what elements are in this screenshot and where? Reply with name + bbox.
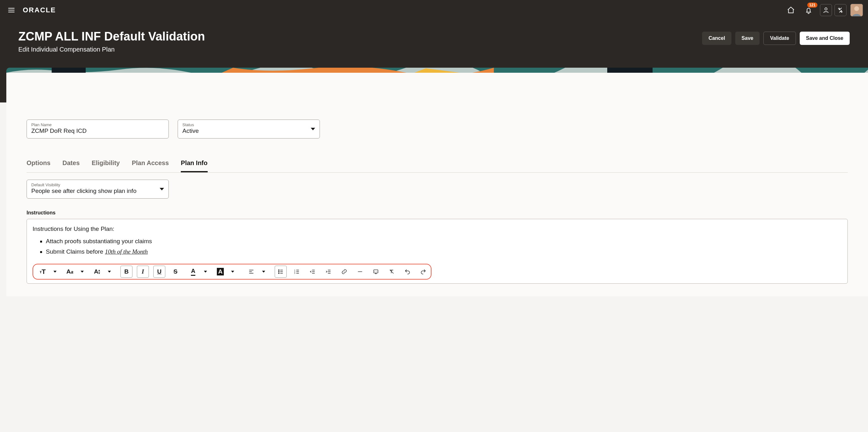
chevron-down-icon bbox=[160, 188, 164, 191]
numbered-list-button[interactable]: 123 bbox=[291, 265, 303, 278]
tools-icon[interactable] bbox=[835, 4, 846, 16]
tab-plan-access[interactable]: Plan Access bbox=[132, 160, 169, 172]
instructions-label: Instructions bbox=[27, 210, 848, 216]
link-button[interactable] bbox=[339, 265, 350, 278]
status-label: Status bbox=[182, 122, 306, 127]
font-size-adjust-menu[interactable] bbox=[103, 265, 114, 278]
font-color-menu[interactable] bbox=[199, 265, 210, 278]
instructions-editor[interactable]: Instructions for Using the Plan: Attach … bbox=[27, 219, 848, 284]
status-field[interactable]: Status Active bbox=[178, 119, 320, 139]
status-value: Active bbox=[182, 127, 306, 135]
svg-point-0 bbox=[825, 8, 827, 10]
default-visibility-label: Default Visibility bbox=[31, 182, 155, 187]
svg-rect-5 bbox=[607, 68, 652, 73]
instruction-item: Attach proofs substantiating your claims bbox=[46, 236, 842, 247]
bg-color-button[interactable]: A bbox=[215, 265, 226, 278]
decorative-strip bbox=[6, 68, 868, 73]
tabs: Options Dates Eligibility Plan Access Pl… bbox=[27, 160, 848, 173]
text-size-menu[interactable] bbox=[49, 265, 60, 278]
save-and-close-button[interactable]: Save and Close bbox=[800, 32, 850, 45]
app-header: ORACLE 121 ZCMP ALL INF Default Validati bbox=[0, 0, 868, 68]
menu-icon[interactable] bbox=[5, 4, 18, 17]
user-icon[interactable] bbox=[820, 4, 832, 16]
topbar: ORACLE 121 bbox=[0, 0, 868, 20]
underline-button[interactable]: U bbox=[153, 266, 165, 278]
font-case-button[interactable]: Aa bbox=[64, 265, 75, 278]
font-color-button[interactable]: A bbox=[187, 265, 199, 278]
tab-eligibility[interactable]: Eligibility bbox=[92, 160, 120, 172]
chevron-down-icon bbox=[311, 128, 315, 130]
align-button[interactable] bbox=[246, 265, 257, 278]
title-bar: ZCMP ALL INF Default Validation Edit Ind… bbox=[0, 20, 868, 68]
home-icon[interactable] bbox=[785, 4, 797, 16]
main-content: Plan Name ZCMP DoR Req ICD Status Active… bbox=[6, 103, 868, 284]
code-block-button[interactable] bbox=[370, 265, 381, 278]
italic-button[interactable]: I bbox=[137, 266, 149, 278]
save-button[interactable]: Save bbox=[735, 32, 760, 45]
validate-button[interactable]: Validate bbox=[763, 32, 796, 45]
indent-button[interactable] bbox=[323, 265, 334, 278]
notification-badge: 121 bbox=[807, 3, 817, 8]
decorative-strip-container bbox=[0, 68, 868, 103]
redo-button[interactable] bbox=[417, 265, 429, 278]
cancel-button[interactable]: Cancel bbox=[702, 32, 731, 45]
default-visibility-value: People see after clicking show plan info bbox=[31, 187, 155, 195]
plan-name-label: Plan Name bbox=[31, 122, 164, 127]
svg-point-8 bbox=[278, 273, 279, 274]
svg-rect-12 bbox=[374, 270, 378, 273]
tab-dates[interactable]: Dates bbox=[63, 160, 80, 172]
outdent-button[interactable] bbox=[307, 265, 318, 278]
avatar[interactable] bbox=[850, 4, 863, 17]
plan-name-value: ZCMP DoR Req ICD bbox=[31, 127, 164, 135]
bullet-list-button[interactable] bbox=[275, 266, 287, 278]
notifications-icon[interactable]: 121 bbox=[803, 4, 814, 16]
svg-text:3: 3 bbox=[294, 272, 295, 274]
svg-point-2 bbox=[854, 6, 859, 11]
bg-color-menu[interactable] bbox=[226, 265, 238, 278]
editor-toolbar: тT Aa A▴▾ B I U S bbox=[33, 264, 431, 280]
instructions-heading: Instructions for Using the Plan: bbox=[33, 224, 842, 234]
default-visibility-field[interactable]: Default Visibility People see after clic… bbox=[27, 180, 169, 199]
bold-button[interactable]: B bbox=[120, 266, 132, 278]
page-title: ZCMP ALL INF Default Validation bbox=[18, 30, 205, 43]
undo-button[interactable] bbox=[402, 265, 413, 278]
oracle-logo: ORACLE bbox=[23, 6, 56, 14]
font-size-adjust-button[interactable]: A▴▾ bbox=[91, 265, 103, 278]
page-subtitle: Edit Individual Compensation Plan bbox=[18, 46, 205, 53]
svg-point-6 bbox=[278, 270, 279, 271]
editor-content[interactable]: Instructions for Using the Plan: Attach … bbox=[33, 224, 842, 257]
align-menu[interactable] bbox=[257, 265, 268, 278]
instruction-item: Submit Claims before 10th of the Month bbox=[46, 247, 842, 257]
horizontal-rule-button[interactable] bbox=[354, 265, 366, 278]
font-case-menu[interactable] bbox=[75, 265, 87, 278]
tab-options[interactable]: Options bbox=[27, 160, 51, 172]
plan-name-field[interactable]: Plan Name ZCMP DoR Req ICD bbox=[27, 119, 169, 139]
tab-plan-info[interactable]: Plan Info bbox=[181, 160, 207, 172]
strikethrough-button[interactable]: S bbox=[170, 265, 181, 278]
clear-formatting-button[interactable] bbox=[386, 265, 397, 278]
action-buttons: Cancel Save Validate Save and Close bbox=[702, 30, 850, 45]
svg-rect-4 bbox=[52, 68, 86, 73]
svg-point-7 bbox=[278, 271, 279, 272]
text-size-button[interactable]: тT bbox=[37, 265, 49, 278]
